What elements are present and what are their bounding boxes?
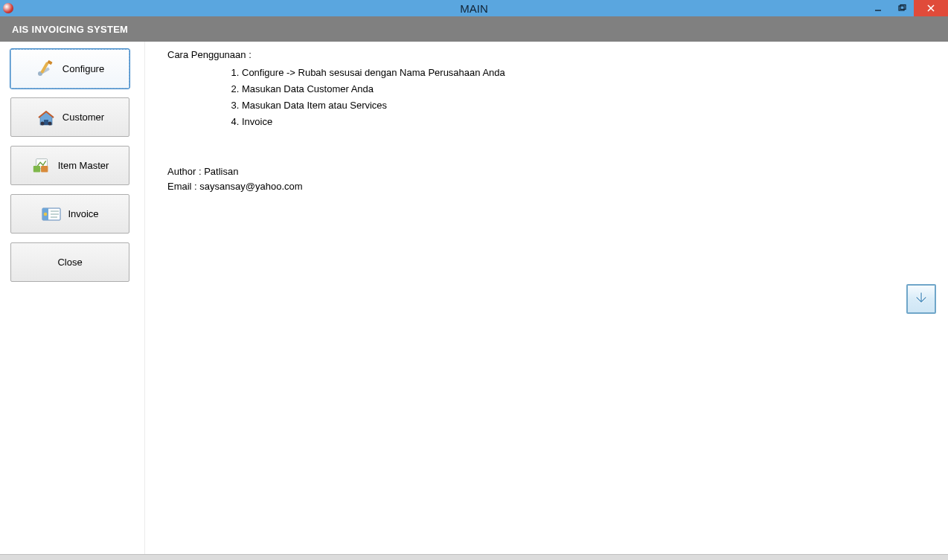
sidebar: Configure Customer	[0, 42, 145, 554]
window-controls	[866, 0, 948, 16]
arrow-down-icon	[913, 290, 929, 309]
svg-rect-13	[33, 166, 39, 172]
svg-rect-1	[899, 6, 904, 10]
app-header: AIS INVOICING SYSTEM	[0, 16, 948, 42]
minimize-button[interactable]	[866, 0, 890, 16]
invoice-icon	[41, 205, 62, 223]
author-text: Author : Patlisan	[167, 164, 948, 179]
close-window-button[interactable]	[914, 0, 948, 16]
content-area: Cara Penggunaan : Configure -> Rubah ses…	[145, 42, 948, 554]
status-bar	[0, 554, 948, 560]
maximize-button[interactable]	[890, 0, 914, 16]
svg-point-11	[48, 121, 51, 125]
nav-label: Invoice	[68, 208, 98, 219]
usage-step: Configure -> Rubah sesusai dengan Nama P…	[242, 65, 948, 81]
nav-customer-button[interactable]: Customer	[10, 97, 129, 137]
header-title: AIS INVOICING SYSTEM	[12, 24, 128, 35]
nav-label: Customer	[63, 112, 104, 123]
svg-rect-14	[41, 166, 48, 172]
email-text: Email : saysansay@yahoo.com	[167, 179, 948, 194]
usage-step: Masukan Data Item atau Services	[242, 97, 948, 114]
nav-close-button[interactable]: Close	[10, 242, 129, 282]
svg-rect-9	[44, 120, 48, 125]
nav-label: Item Master	[58, 160, 109, 171]
svg-point-10	[40, 121, 44, 125]
usage-step: Masukan Data Customer Anda	[242, 81, 948, 97]
usage-step: Invoice	[242, 114, 948, 130]
nav-label: Configure	[63, 63, 104, 74]
usage-heading: Cara Penggunaan :	[167, 49, 948, 60]
svg-point-20	[44, 212, 48, 216]
item-master-icon	[31, 157, 52, 175]
nav-item-master-button[interactable]: Item Master	[10, 146, 129, 185]
app-icon	[3, 3, 13, 13]
download-arrow-button[interactable]	[906, 284, 936, 314]
usage-steps: Configure -> Rubah sesusai dengan Nama P…	[242, 65, 948, 131]
configure-icon	[36, 60, 57, 78]
window-title: MAIN	[460, 2, 488, 15]
titlebar: MAIN	[0, 0, 948, 16]
customer-icon	[36, 109, 57, 126]
nav-invoice-button[interactable]: Invoice	[10, 194, 129, 234]
nav-label: Close	[57, 257, 82, 268]
nav-configure-button[interactable]: Configure	[10, 49, 129, 88]
